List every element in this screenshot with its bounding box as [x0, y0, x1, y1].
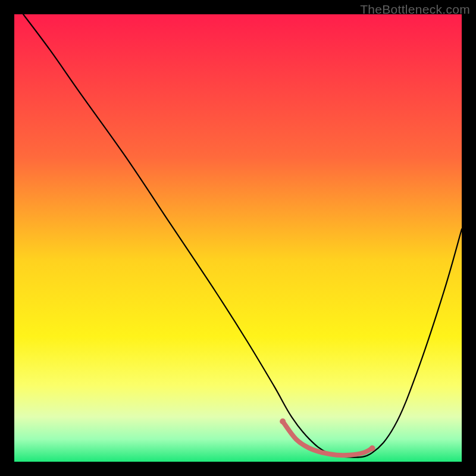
plot-area: [14, 14, 462, 462]
highlight-dot: [369, 445, 375, 451]
chart-svg: [14, 14, 462, 462]
chart-frame: TheBottleneck.com: [0, 0, 476, 476]
watermark-text: TheBottleneck.com: [360, 2, 470, 17]
highlight-dot: [280, 418, 286, 424]
gradient-rect: [14, 14, 462, 462]
